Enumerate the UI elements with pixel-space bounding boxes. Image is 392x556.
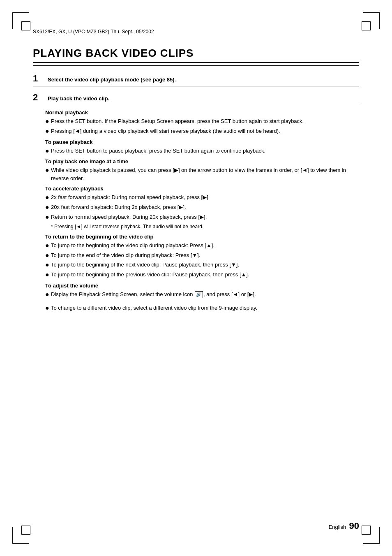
bullet-text-accelerate-2: 20x fast forward playback: During 2x pla… xyxy=(51,203,359,211)
bullets-volume: ● Display the Playback Setting Screen, s… xyxy=(45,290,359,299)
bullet-text-return-3: To jump to the beginning of the next vid… xyxy=(51,261,359,269)
bullet-text-return-1: To jump to the beginning of the video cl… xyxy=(51,241,359,250)
bullets-return: ● To jump to the beginning of the video … xyxy=(45,241,359,279)
bullet-normal-1: ● Press the SET button. If the Playback … xyxy=(45,117,359,126)
bullet-text-normal-2: Pressing [◄] during a video clip playbac… xyxy=(51,127,359,135)
bullets-extra: ● To change to a different video clip, s… xyxy=(45,304,359,313)
bullet-return-4: ● To jump to the beginning of the previo… xyxy=(45,271,359,279)
bullet-text-normal-1: Press the SET button. If the Playback Se… xyxy=(51,117,359,125)
step-2-section: 2 Play back the video clip. Normal playb… xyxy=(33,92,359,313)
bullet-dot: ● xyxy=(45,127,51,136)
heading-one-image: To play back one image at a time xyxy=(45,158,359,164)
bullets-pause: ● Press the SET button to pause playback… xyxy=(45,147,359,155)
subsection-pause-playback: To pause playback ● Press the SET button… xyxy=(45,139,359,155)
bullet-text-return-4: To jump to the beginning of the previous… xyxy=(51,271,359,279)
subsection-return-beginning: To return to the beginning of the video … xyxy=(45,234,359,279)
bullet-accelerate-3: ● Return to normal speed playback: Durin… xyxy=(45,213,359,222)
heading-return-beginning: To return to the beginning of the video … xyxy=(45,234,359,240)
bullet-dot: ● xyxy=(45,193,51,202)
bullet-dot: ● xyxy=(45,147,51,155)
step-2-title: Play back the video clip. xyxy=(48,95,109,102)
subsection-accelerate: To accelerate playback ● 2x fast forward… xyxy=(45,185,359,230)
bullet-pause-1: ● Press the SET button to pause playback… xyxy=(45,147,359,155)
bullet-text-accelerate-3: Return to normal speed playback: During … xyxy=(51,213,359,221)
volume-icon: 🔊 xyxy=(195,291,203,298)
heading-volume: To adjust the volume xyxy=(45,283,359,289)
subsection-one-image: To play back one image at a time ● While… xyxy=(45,158,359,182)
bullet-dot: ● xyxy=(45,261,51,269)
footer-page: 90 xyxy=(349,521,359,531)
subsection-extra: ● To change to a different video clip, s… xyxy=(45,304,359,313)
bullet-text-return-2: To jump to the end of the video clip dur… xyxy=(51,251,359,259)
bullet-dot: ● xyxy=(45,304,51,313)
bullet-dot: ● xyxy=(45,290,51,299)
bullet-return-1: ● To jump to the beginning of the video … xyxy=(45,241,359,250)
bullet-text-extra-1: To change to a different video clip, sel… xyxy=(51,304,359,312)
subsection-volume: To adjust the volume ● Display the Playb… xyxy=(45,283,359,299)
bullet-text-one-image-1: While video clip playback is paused, you… xyxy=(51,166,359,182)
bullet-dot: ● xyxy=(45,241,51,250)
heading-normal-playback: Normal playback xyxy=(45,109,359,116)
step-2-number: 2 xyxy=(33,92,41,103)
bullet-return-3: ● To jump to the beginning of the next v… xyxy=(45,261,359,269)
bullets-accelerate: ● 2x fast forward playback: During norma… xyxy=(45,193,359,221)
bullet-dot: ● xyxy=(45,166,51,175)
subsection-normal-playback: Normal playback ● Press the SET button. … xyxy=(45,109,359,136)
bullet-accelerate-1: ● 2x fast forward playback: During norma… xyxy=(45,193,359,202)
bullet-dot: ● xyxy=(45,117,51,126)
title-underline xyxy=(33,65,359,66)
bullet-extra-1: ● To change to a different video clip, s… xyxy=(45,304,359,313)
bullets-normal-playback: ● Press the SET button. If the Playback … xyxy=(45,117,359,136)
heading-accelerate: To accelerate playback xyxy=(45,185,359,192)
step-1-header: 1 Select the video clip playback mode (s… xyxy=(33,73,359,86)
bullet-text-pause-1: Press the SET button to pause playback; … xyxy=(51,147,359,155)
footer-lang: English xyxy=(329,524,346,530)
main-title: PLAYING BACK VIDEO CLIPS xyxy=(33,47,359,63)
page: SX612/EX, GX, U (VPC-MZ3 GB2) Thu. Sept.… xyxy=(0,0,392,556)
bullet-dot: ● xyxy=(45,203,51,212)
bullet-text-accelerate-1: 2x fast forward playback: During normal … xyxy=(51,193,359,202)
header-info: SX612/EX, GX, U (VPC-MZ3 GB2) Thu. Sept.… xyxy=(33,29,359,35)
step-2-header: 2 Play back the video clip. xyxy=(33,92,359,105)
step-1-title: Select the video clip playback mode (see… xyxy=(48,76,176,83)
bullet-normal-2: ● Pressing [◄] during a video clip playb… xyxy=(45,127,359,136)
bullet-dot: ● xyxy=(45,213,51,222)
bullet-one-image-1: ● While video clip playback is paused, y… xyxy=(45,166,359,182)
bullet-text-volume-1: Display the Playback Setting Screen, sel… xyxy=(51,290,359,299)
step-1-number: 1 xyxy=(33,73,41,84)
bullet-return-2: ● To jump to the end of the video clip d… xyxy=(45,251,359,260)
bullet-dot: ● xyxy=(45,271,51,279)
step-1-section: 1 Select the video clip playback mode (s… xyxy=(33,73,359,86)
bullets-one-image: ● While video clip playback is paused, y… xyxy=(45,166,359,182)
bullet-accelerate-2: ● 20x fast forward playback: During 2x p… xyxy=(45,203,359,212)
footer: English 90 xyxy=(329,521,359,531)
bullet-volume-1: ● Display the Playback Setting Screen, s… xyxy=(45,290,359,299)
bullet-dot: ● xyxy=(45,251,51,260)
note-accelerate: * Pressing [◄] will start reverse playba… xyxy=(51,223,359,230)
heading-pause-playback: To pause playback xyxy=(45,139,359,145)
